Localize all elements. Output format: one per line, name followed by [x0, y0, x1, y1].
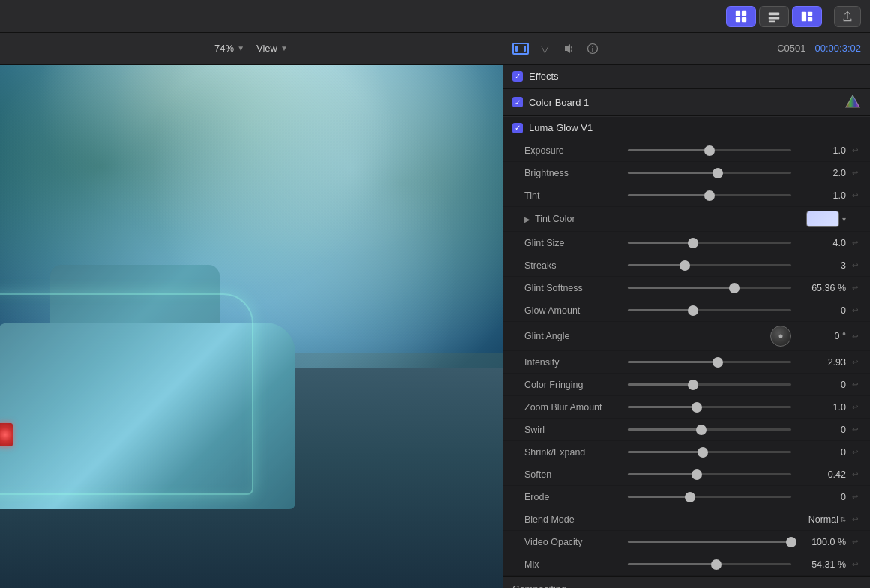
soften-label: Soften [524, 470, 622, 480]
timecode-prefix: 00:00: [815, 43, 842, 54]
mix-label: Mix [524, 560, 622, 570]
timeline-view-button[interactable] [759, 6, 789, 27]
tint-thumb[interactable] [704, 190, 715, 201]
erode-slider[interactable] [628, 490, 791, 504]
intensity-label: Intensity [524, 357, 622, 368]
video-opacity-track [628, 541, 791, 543]
glint-angle-reset[interactable]: ↩ [849, 330, 861, 342]
glint-angle-dial[interactable] [770, 326, 791, 346]
zoom-blur-slider[interactable] [628, 400, 791, 414]
brightness-track [628, 172, 791, 174]
exposure-thumb[interactable] [704, 146, 715, 156]
shrink-expand-reset[interactable]: ↩ [849, 446, 861, 458]
zoom-blur-label: Zoom Blur Amount [524, 402, 622, 412]
swirl-slider[interactable] [628, 423, 791, 436]
brightness-slider[interactable] [628, 166, 791, 180]
tint-color-chevron[interactable]: ▾ [842, 215, 846, 224]
info-icon[interactable]: i [584, 40, 601, 57]
video-opacity-row: Video Opacity 100.0 % ↩ [503, 531, 870, 554]
zoom-blur-thumb[interactable] [692, 402, 702, 412]
erode-thumb[interactable] [685, 492, 695, 502]
blend-mode-value[interactable]: Normal [808, 514, 838, 525]
glint-size-value: 4.0 [797, 238, 846, 248]
glint-size-slider[interactable] [628, 236, 791, 250]
brightness-reset[interactable]: ↩ [849, 167, 861, 179]
soften-reset[interactable]: ↩ [849, 469, 861, 481]
video-icon[interactable] [512, 40, 529, 57]
color-board-icon [844, 94, 861, 110]
tint-color-expand[interactable]: ▶ [524, 215, 530, 224]
soften-row: Soften 0.42 ↩ [503, 464, 870, 486]
color-fringing-slider[interactable] [628, 378, 791, 392]
brightness-thumb[interactable] [712, 168, 723, 178]
svg-rect-3 [742, 16, 746, 21]
glint-softness-thumb[interactable] [729, 283, 740, 293]
effects-checkbox[interactable] [512, 71, 523, 82]
tint-reset[interactable]: ↩ [849, 190, 861, 202]
mix-reset[interactable]: ↩ [849, 559, 861, 571]
blend-mode-stepper[interactable]: ⇅ [840, 515, 846, 524]
glow-amount-slider[interactable] [628, 304, 791, 317]
erode-value: 0 [797, 492, 846, 502]
blend-mode-reset[interactable]: ↩ [849, 514, 861, 526]
video-opacity-reset[interactable]: ↩ [849, 536, 861, 548]
color-board-header[interactable]: Color Board 1 [503, 88, 870, 116]
soften-thumb[interactable] [692, 470, 702, 480]
glint-size-reset[interactable]: ↩ [849, 237, 861, 249]
streaks-reset[interactable]: ↩ [849, 260, 861, 272]
color-fringing-row: Color Fringing 0 ↩ [503, 374, 870, 396]
erode-reset[interactable]: ↩ [849, 491, 861, 503]
luma-glow-header[interactable]: Luma Glow V1 [503, 116, 870, 140]
tint-value: 1.0 [797, 190, 846, 201]
compositing-footer[interactable]: Compositing [503, 577, 870, 588]
effects-title: Effects [529, 70, 559, 82]
share-button[interactable] [834, 6, 861, 27]
svg-rect-1 [742, 10, 746, 15]
inspector-scroll[interactable]: Effects Color Board 1 [503, 64, 870, 588]
intensity-reset[interactable]: ↩ [849, 356, 861, 368]
glint-size-thumb[interactable] [688, 238, 698, 248]
shrink-expand-slider[interactable] [628, 446, 791, 459]
inspector-view-button[interactable] [792, 6, 822, 27]
glow-amount-reset[interactable]: ↩ [849, 304, 861, 316]
mix-slider[interactable] [628, 558, 791, 572]
tint-slider[interactable] [628, 189, 791, 202]
exposure-slider[interactable] [628, 144, 791, 158]
glint-softness-reset[interactable]: ↩ [849, 282, 861, 294]
brightness-value: 2.0 [797, 168, 846, 178]
audio-icon[interactable] [560, 40, 577, 57]
tint-color-swatch[interactable] [806, 211, 839, 227]
streaks-thumb[interactable] [680, 260, 690, 271]
luma-glow-name: Luma Glow V1 [529, 122, 861, 134]
erode-label: Erode [524, 492, 622, 502]
swirl-reset[interactable]: ↩ [849, 424, 861, 436]
color-board-checkbox[interactable] [512, 97, 523, 107]
intensity-thumb[interactable] [712, 357, 723, 368]
streaks-slider[interactable] [628, 259, 791, 272]
luma-glow-checkbox[interactable] [512, 123, 523, 134]
video-opacity-thumb[interactable] [786, 537, 796, 548]
video-opacity-slider[interactable] [628, 536, 791, 549]
color-fringing-thumb[interactable] [688, 380, 698, 390]
shrink-expand-thumb[interactable] [698, 447, 708, 458]
swirl-thumb[interactable] [696, 424, 706, 435]
glow-amount-thumb[interactable] [688, 305, 698, 316]
zoom-level: 74% [214, 43, 234, 54]
zoom-blur-fill [628, 406, 697, 408]
glint-softness-fill [628, 286, 734, 289]
zoom-blur-row: Zoom Blur Amount 1.0 ↩ [503, 396, 870, 418]
glint-softness-slider[interactable] [628, 281, 791, 295]
color-fringing-reset[interactable]: ↩ [849, 379, 861, 391]
view-control[interactable]: View ▼ [256, 43, 288, 54]
glint-softness-label: Glint Softness [524, 283, 622, 293]
exposure-reset[interactable]: ↩ [849, 145, 861, 157]
intensity-slider[interactable] [628, 356, 791, 369]
soften-slider[interactable] [628, 468, 791, 482]
filter-icon[interactable]: ▽ [536, 40, 553, 57]
mix-thumb[interactable] [711, 560, 722, 570]
shrink-expand-value: 0 [797, 447, 846, 458]
zoom-blur-reset[interactable]: ↩ [849, 401, 861, 413]
zoom-control[interactable]: 74% ▼ [214, 43, 244, 54]
swirl-fill [628, 428, 701, 430]
grid-view-button[interactable] [726, 6, 756, 27]
